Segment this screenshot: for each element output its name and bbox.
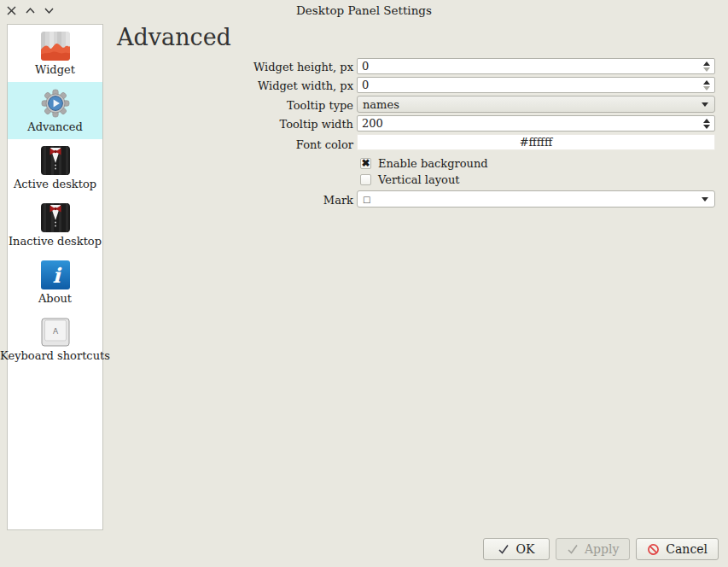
checkbox-label: Vertical layout (378, 173, 459, 186)
checkbox-label: Enable background (378, 157, 488, 170)
widget-height-input[interactable] (358, 60, 701, 73)
chart-widget-icon (41, 32, 70, 61)
tooltip-width-input[interactable] (358, 117, 701, 130)
check-icon (498, 543, 510, 555)
checkbox-box[interactable] (360, 174, 371, 185)
font-color-button[interactable]: #ffffff (357, 134, 715, 150)
ok-button[interactable]: OK (483, 538, 550, 560)
spin-down-icon[interactable] (703, 67, 710, 72)
widget-height-label: Widget height, px (0, 61, 357, 73)
tooltip-type-value: names (358, 98, 702, 111)
apply-button-label: Apply (585, 542, 619, 556)
svg-text:A: A (52, 327, 58, 336)
mark-row: Mark □ (0, 190, 728, 209)
check-icon (567, 543, 579, 555)
widget-width-label: Widget width, px (0, 79, 357, 92)
widget-height-spinbox (357, 58, 715, 74)
advanced-form: Widget height, px Widget width, px (0, 58, 728, 210)
page-title: Advanced (117, 24, 231, 50)
mark-value: □ (358, 195, 702, 204)
chevron-down-icon (702, 102, 708, 107)
spin-up-icon[interactable] (703, 119, 710, 123)
tooltip-width-spinbox (357, 115, 715, 132)
sidebar-item-label: About (38, 292, 72, 305)
font-color-label: Font color (0, 138, 357, 151)
checkbox-box[interactable]: ✖ (360, 158, 371, 169)
spinner-arrows[interactable] (701, 80, 714, 91)
tooltip-type-label: Tooltip type (0, 99, 357, 112)
sidebar-item-about[interactable]: i About (8, 254, 102, 311)
spin-down-icon[interactable] (703, 86, 710, 91)
cancel-button-label: Cancel (666, 542, 708, 556)
ok-button-label: OK (515, 542, 534, 556)
dialog-buttons: OK Apply Cancel (483, 538, 719, 560)
sidebar-item-keyboard-shortcuts[interactable]: A Keyboard shortcuts (8, 311, 102, 368)
info-icon: i (41, 260, 70, 289)
tooltip-width-label: Tooltip width (0, 118, 357, 131)
window-title: Desktop Panel Settings (0, 3, 728, 17)
spin-up-icon[interactable] (703, 80, 710, 85)
widget-height-row: Widget height, px (0, 58, 728, 76)
keyboard-key-icon: A (41, 318, 70, 347)
sidebar-item-label: Inactive desktop (9, 235, 102, 248)
widget-width-row: Widget width, px (0, 77, 728, 95)
spinner-arrows[interactable] (701, 119, 714, 129)
font-color-row: Font color #ffffff (0, 134, 728, 155)
spin-down-icon[interactable] (703, 125, 710, 129)
spinner-arrows[interactable] (701, 61, 714, 72)
cancel-icon (647, 543, 660, 556)
spin-up-icon[interactable] (703, 61, 710, 66)
chevron-down-icon (702, 197, 708, 202)
tooltip-type-select[interactable]: names (357, 96, 715, 113)
cancel-button[interactable]: Cancel (636, 538, 719, 560)
font-color-value: #ffffff (520, 136, 553, 149)
widget-width-input[interactable] (358, 79, 701, 91)
tooltip-type-row: Tooltip type names (0, 96, 728, 114)
apply-button[interactable]: Apply (556, 538, 630, 560)
enable-background-checkbox[interactable]: ✖ Enable background (360, 155, 728, 172)
mark-select[interactable]: □ (357, 190, 715, 208)
sidebar-item-label: Keyboard shortcuts (0, 349, 110, 362)
vertical-layout-checkbox[interactable]: Vertical layout (360, 172, 728, 188)
mark-label: Mark (0, 194, 357, 207)
tooltip-width-row: Tooltip width (0, 115, 728, 133)
widget-width-spinbox (357, 77, 715, 93)
